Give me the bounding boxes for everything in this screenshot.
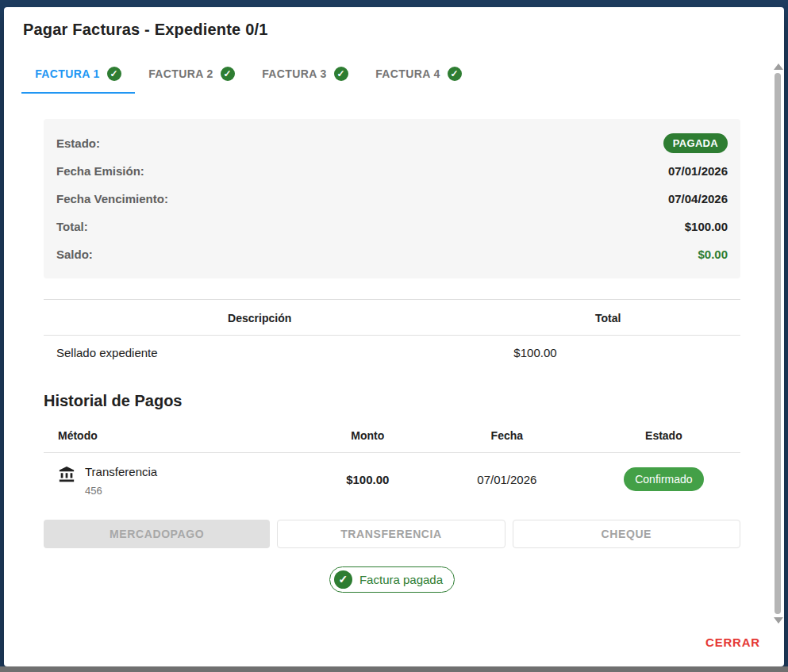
scroll-down-icon[interactable]	[774, 617, 783, 624]
field-value: 07/01/2026	[668, 164, 728, 178]
items-table-header: Descripción Total	[44, 300, 740, 336]
header-total: Total	[475, 300, 740, 335]
mercadopago-button[interactable]: MERCADOPAGO	[44, 520, 270, 548]
field-label: Total:	[56, 220, 88, 233]
header-fecha: Fecha	[427, 429, 587, 442]
method-text: Transferencia 456	[85, 465, 157, 497]
transferencia-button[interactable]: TRANSFERENCIA	[277, 520, 505, 548]
chip-label: Factura pagada	[359, 573, 443, 586]
check-circle-icon: ✓	[448, 67, 462, 81]
header-metodo: Método	[44, 429, 309, 442]
item-description: Sellado expediente	[44, 336, 475, 370]
check-circle-icon: ✓	[107, 67, 121, 81]
payment-method-buttons: MERCADOPAGO TRANSFERENCIA CHEQUE	[44, 520, 740, 548]
close-button[interactable]: CERRAR	[699, 631, 767, 654]
table-row: Sellado expediente $100.00	[44, 336, 740, 370]
field-value: $100.00	[685, 220, 728, 233]
summary-row-estado: Estado: PAGADA	[56, 135, 728, 151]
payments-section-title: Historial de Pagos	[44, 392, 740, 410]
invoice-summary-panel: Estado: PAGADA Fecha Emisión: 07/01/2026…	[44, 119, 740, 278]
method-name: Transferencia	[85, 465, 157, 478]
payment-method-cell: Transferencia 456	[44, 462, 309, 497]
tab-factura-3[interactable]: FACTURA 3 ✓	[248, 56, 362, 94]
header-descripcion: Descripción	[44, 300, 475, 335]
payment-date: 07/01/2026	[427, 473, 587, 486]
field-label: Fecha Vencimiento:	[56, 192, 168, 205]
invoice-paid-chip: ✓ Factura pagada	[329, 566, 455, 593]
tab-label: FACTURA 1	[35, 67, 100, 80]
backdrop-bottom-strip	[0, 666, 788, 672]
scrollbar[interactable]	[773, 7, 782, 666]
payments-table: Método Monto Fecha Estado Transferencia …	[44, 429, 740, 505]
field-label: Saldo:	[56, 248, 93, 261]
header-monto: Monto	[309, 429, 427, 442]
summary-row-total: Total: $100.00	[56, 218, 728, 234]
tab-label: FACTURA 3	[262, 67, 327, 80]
table-row: Transferencia 456 $100.00 07/01/2026 Con…	[44, 453, 740, 505]
check-circle-icon: ✓	[334, 570, 352, 589]
summary-row-fecha-vencimiento: Fecha Vencimiento: 07/04/2026	[56, 190, 728, 206]
payments-table-header: Método Monto Fecha Estado	[44, 429, 740, 453]
tab-label: FACTURA 4	[375, 67, 440, 80]
check-circle-icon: ✓	[221, 67, 235, 81]
field-label: Estado:	[56, 136, 100, 150]
summary-row-saldo: Saldo: $0.00	[56, 246, 728, 262]
invoice-tabs: FACTURA 1 ✓ FACTURA 2 ✓ FACTURA 3 ✓ FACT…	[21, 56, 784, 94]
field-value-balance: $0.00	[698, 248, 728, 261]
chip-container: ✓ Factura pagada	[44, 566, 740, 593]
payment-status-cell: Confirmado	[587, 467, 740, 491]
field-label: Fecha Emisión:	[56, 164, 144, 178]
tab-factura-1[interactable]: FACTURA 1 ✓	[21, 56, 135, 94]
scroll-up-icon[interactable]	[774, 63, 783, 70]
method-reference: 456	[85, 485, 157, 497]
tab-factura-2[interactable]: FACTURA 2 ✓	[135, 56, 248, 94]
tab-label: FACTURA 2	[148, 67, 213, 80]
status-badge: PAGADA	[663, 133, 728, 153]
check-circle-icon: ✓	[334, 67, 348, 81]
tab-factura-4[interactable]: FACTURA 4 ✓	[362, 56, 475, 94]
scrollbar-thumb[interactable]	[775, 73, 781, 614]
summary-row-fecha-emision: Fecha Emisión: 07/01/2026	[56, 163, 728, 179]
cheque-button[interactable]: CHEQUE	[513, 520, 740, 548]
invoice-items-table: Descripción Total Sellado expediente $10…	[44, 300, 740, 370]
dialog-content: Estado: PAGADA Fecha Emisión: 07/01/2026…	[4, 119, 784, 593]
bank-icon	[58, 466, 75, 486]
field-value: 07/04/2026	[668, 192, 728, 205]
pay-invoices-dialog: Pagar Facturas - Expediente 0/1 FACTURA …	[4, 7, 784, 666]
item-total: $100.00	[475, 336, 740, 370]
confirmed-badge: Confirmado	[624, 467, 703, 491]
header-estado: Estado	[587, 429, 740, 442]
payment-amount: $100.00	[309, 473, 427, 486]
dialog-title: Pagar Facturas - Expediente 0/1	[4, 7, 784, 39]
dialog-actions: CERRAR	[699, 631, 767, 654]
